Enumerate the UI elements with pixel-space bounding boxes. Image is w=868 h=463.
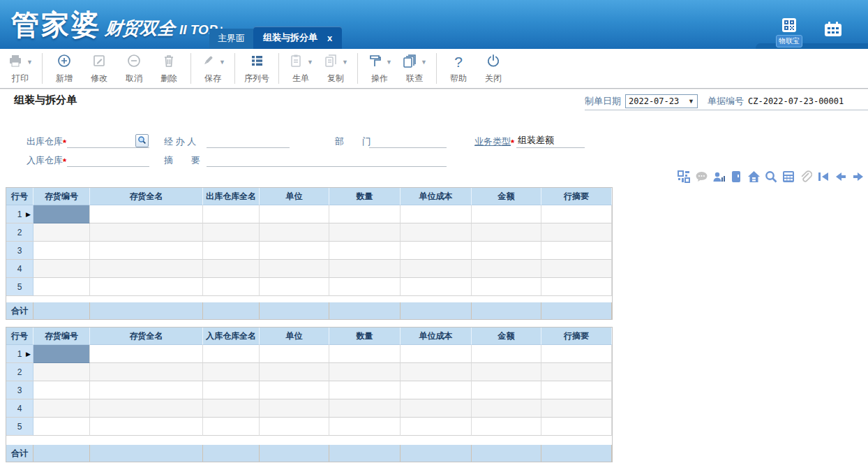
grid-cell[interactable]	[90, 223, 203, 242]
serial-number-button[interactable]: 序列号	[239, 50, 274, 87]
row-header-cell[interactable]: 2	[6, 363, 33, 381]
grid-cell[interactable]	[541, 278, 612, 296]
grid-cell[interactable]	[329, 399, 401, 418]
grid-cell[interactable]	[329, 242, 401, 260]
dropdown-caret-icon[interactable]: ▼	[27, 59, 33, 66]
tab-main-screen[interactable]: 主界面	[209, 29, 253, 49]
grid-cell[interactable]	[33, 381, 90, 399]
iot-treasure-button[interactable]: 物联宝	[773, 18, 805, 47]
grid-cell[interactable]	[203, 363, 260, 381]
grid-cell[interactable]	[541, 363, 612, 381]
cancel-button[interactable]: 取消	[117, 50, 151, 87]
spreadsheet-icon[interactable]	[781, 170, 795, 183]
grid-cell[interactable]	[90, 363, 203, 381]
grid-cell[interactable]	[472, 381, 541, 399]
grid-cell[interactable]	[541, 345, 612, 363]
close-button[interactable]: 关闭	[476, 50, 511, 87]
grid-cell[interactable]	[203, 223, 260, 242]
grid-cell[interactable]	[472, 399, 541, 418]
modify-button[interactable]: 修改	[82, 50, 117, 87]
grid-cell[interactable]	[203, 278, 260, 296]
grid-cell[interactable]	[329, 205, 401, 223]
tab-assembly-split[interactable]: 组装与拆分单 x	[253, 27, 342, 49]
grid-cell[interactable]	[90, 418, 203, 436]
grid-cell[interactable]	[203, 399, 260, 418]
copy-button[interactable]: ▼ 复制	[318, 50, 353, 87]
in-warehouse-input[interactable]	[67, 153, 149, 167]
row-header-cell[interactable]: 5	[6, 418, 33, 436]
prev-record-icon[interactable]	[834, 170, 848, 183]
qr-grid-icon[interactable]	[677, 170, 691, 183]
attachment-icon[interactable]	[799, 170, 813, 183]
grid-cell[interactable]	[90, 381, 203, 399]
grid-cell[interactable]	[90, 278, 203, 296]
grid-cell[interactable]	[260, 399, 329, 418]
row-header-cell[interactable]: 3	[6, 242, 33, 260]
date-select[interactable]: 2022-07-23 ▼	[625, 94, 698, 108]
grid-cell[interactable]	[541, 418, 612, 436]
grid-cell[interactable]	[203, 260, 260, 278]
link-query-button[interactable]: ▼ 联查	[397, 50, 432, 87]
add-button[interactable]: 新增	[47, 50, 82, 87]
grid-cell[interactable]	[203, 381, 260, 399]
calendar-icon[interactable]	[823, 21, 843, 38]
grid-cell[interactable]	[541, 205, 612, 223]
grid-cell[interactable]	[33, 418, 90, 436]
row-header-cell[interactable]: 5	[6, 278, 33, 296]
grid-cell[interactable]	[401, 418, 472, 436]
grid-cell[interactable]	[33, 345, 90, 363]
biz-type-input[interactable]: 组装差额	[516, 134, 585, 148]
grid-cell[interactable]	[260, 223, 329, 242]
save-button[interactable]: ▼ 保存	[195, 50, 230, 87]
delete-button[interactable]: 删除	[151, 50, 186, 87]
grid-cell[interactable]	[472, 205, 541, 223]
grid-cell[interactable]	[401, 242, 472, 260]
grid-cell[interactable]	[260, 260, 329, 278]
grid-cell[interactable]	[33, 260, 90, 278]
grid-cell[interactable]	[33, 242, 90, 260]
grid-cell[interactable]	[203, 345, 260, 363]
grid-cell[interactable]	[401, 278, 472, 296]
grid-cell[interactable]	[401, 260, 472, 278]
grid-cell[interactable]	[401, 205, 472, 223]
grid-cell[interactable]	[401, 223, 472, 242]
grid-cell[interactable]	[260, 363, 329, 381]
grid-cell[interactable]	[329, 345, 401, 363]
grid-cell[interactable]	[472, 418, 541, 436]
grid-cell[interactable]	[541, 242, 612, 260]
biz-type-link[interactable]: 业务类型	[474, 135, 511, 148]
grid-cell[interactable]	[329, 418, 401, 436]
grid-cell[interactable]	[401, 399, 472, 418]
grid-cell[interactable]	[90, 345, 203, 363]
department-input[interactable]	[369, 134, 447, 148]
grid-cell[interactable]	[33, 223, 90, 242]
grid-cell[interactable]	[472, 363, 541, 381]
grid-cell[interactable]	[472, 242, 541, 260]
grid-cell[interactable]	[90, 399, 203, 418]
grid-cell[interactable]	[329, 363, 401, 381]
grid-cell[interactable]	[203, 418, 260, 436]
grid-cell[interactable]	[329, 278, 401, 296]
row-header-cell[interactable]: 2	[6, 223, 33, 242]
dropdown-caret-icon[interactable]: ▼	[386, 59, 392, 66]
first-record-icon[interactable]	[816, 170, 830, 183]
grid-cell[interactable]	[472, 260, 541, 278]
generate-order-button[interactable]: ▼ 生单	[283, 50, 318, 87]
row-header-cell[interactable]: 4	[6, 399, 33, 418]
warehouse-lookup-button[interactable]	[135, 134, 149, 147]
grid-cell[interactable]	[90, 260, 203, 278]
row-header-cell[interactable]: 4	[6, 260, 33, 278]
handler-input[interactable]	[207, 134, 290, 148]
print-button[interactable]: ▼ 打印	[3, 50, 38, 87]
door-icon[interactable]	[729, 170, 743, 183]
grid-cell[interactable]	[541, 223, 612, 242]
row-header-cell[interactable]: 1▶	[6, 345, 33, 363]
dropdown-caret-icon[interactable]: ▼	[342, 59, 348, 66]
grid-cell[interactable]	[260, 418, 329, 436]
grid-cell[interactable]	[541, 260, 612, 278]
grid-cell[interactable]	[260, 345, 329, 363]
operate-button[interactable]: ▼ 操作	[362, 50, 397, 87]
grid-cell[interactable]	[329, 223, 401, 242]
summary-input[interactable]	[207, 153, 447, 167]
grid-cell[interactable]	[260, 205, 329, 223]
